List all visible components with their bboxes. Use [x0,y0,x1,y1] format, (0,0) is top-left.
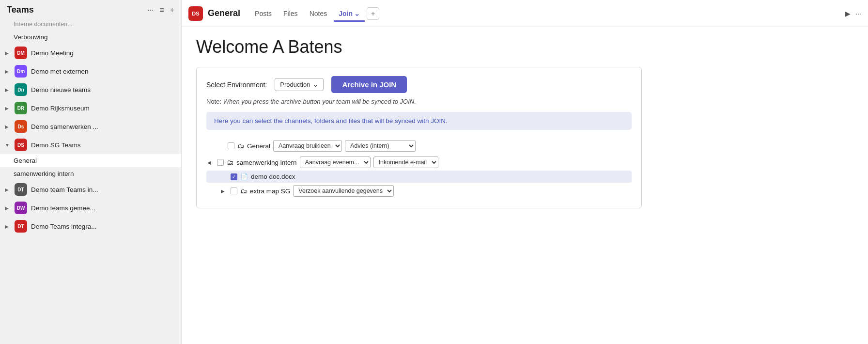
tree-label-samenwerking: samenwerking intern [236,159,297,166]
sidebar-item-demo-samen[interactable]: ▶ Ds Demo samenwerken ... [0,117,181,136]
env-value: Production [280,81,310,88]
avatar-dt: DT [15,183,27,196]
tree-label-extra-map: extra map SG [250,188,290,195]
env-chevron-icon: ⌄ [313,81,318,88]
expand-icon: ▶ [5,50,11,56]
avatar-dr: DR [15,102,27,114]
folder-icon-extra-map: 🗂 [240,187,247,195]
topbar-channel-title: General [208,8,240,18]
avatar-dt2: DT [15,220,27,233]
tree-expand-extra-map[interactable]: ▶ [221,188,228,194]
sidebar-item-general[interactable]: General [0,154,181,167]
sidebar-item-samenwerking[interactable]: samenwerking intern [0,167,181,180]
sidebar-item-demo-gemee[interactable]: ▶ DW Demo teams gemee... [0,199,181,217]
tree-row-samenwerking: ◀ 🗂 samenwerking intern Aanvraag evenem.… [206,154,632,171]
sidebar-label-demo-samen: Demo samenwerken ... [31,123,174,130]
folder-icon-samenwerking: 🗂 [227,158,233,166]
sync-info-box: Here you can select the channels, folder… [206,112,632,130]
archive-button[interactable]: Archive in JOIN [331,76,407,93]
sidebar-header-actions: ··· ≡ + [147,6,174,15]
chevron-down-icon: ⌄ [354,10,360,17]
sidebar-item-demo-sg[interactable]: ▼ DS Demo SG Teams [0,136,181,154]
main-area: DS General Posts Files Notes Join ⌄ + ▶ … [182,0,868,344]
sidebar: Teams ··· ≡ + Interne documenten... Verb… [0,0,182,344]
tree-checkbox-extra-map[interactable] [231,188,237,194]
topbar-nav: Posts Files Notes Join ⌄ + [250,7,379,20]
tab-files[interactable]: Files [279,7,303,22]
sidebar-label-demo-gemee: Demo teams gemee... [31,204,174,212]
topbar-right-actions: ▶ ··· [845,10,861,17]
sidebar-label-demo-sg: Demo SG Teams [31,141,174,149]
avatar-ds2: Ds [15,120,27,133]
expand-icon: ▶ [5,187,11,192]
page-title: Welcome A Batens [196,37,853,57]
sidebar-item-demo-rijks[interactable]: ▶ DR Demo Rijksmuseum [0,99,181,117]
topbar: DS General Posts Files Notes Join ⌄ + ▶ … [182,0,868,27]
sidebar-header: Teams ··· ≡ + [0,0,181,20]
avatar-dn: Dn [15,83,27,96]
archive-card: Select Environment: Production ⌄ Archive… [196,67,642,208]
sidebar-label-demo-integ: Demo Teams integra... [31,223,174,230]
expand-icon: ▶ [5,87,11,93]
add-tab-button[interactable]: + [367,7,379,20]
sidebar-title: Teams [7,5,34,15]
archive-top-row: Select Environment: Production ⌄ Archive… [206,76,632,93]
more-options-icon[interactable]: ··· [855,10,861,17]
tab-notes[interactable]: Notes [305,7,332,22]
expand-icon: ▶ [5,205,11,211]
sidebar-item-demo-integ[interactable]: ▶ DT Demo Teams integra... [0,217,181,235]
sidebar-fade-label: Interne documenten... [0,20,181,31]
tree-select-samenwerking-2[interactable]: Inkomende e-mail Advies (intern) [373,156,438,168]
video-icon[interactable]: ▶ [845,10,851,17]
sidebar-item-demo-nieuwe[interactable]: ▶ Dn Demo nieuwe teams [0,80,181,99]
sidebar-item-demo-meeting[interactable]: ▶ DM Demo Meeting [0,44,181,62]
tree-select-general-1[interactable]: Aanvraag bruikleen Advies (intern) Inkom… [273,140,342,152]
tree-select-extra-map-1[interactable]: Verzoek aanvullende gegevens Advies (int… [293,185,394,197]
sidebar-item-demo-team[interactable]: ▶ DT Demo team Teams in... [0,180,181,199]
expand-icon: ▶ [5,224,11,229]
tree: 🗂 General Aanvraag bruikleen Advies (int… [206,138,632,199]
tree-select-general-2[interactable]: Advies (intern) Aanvraag evenem... Inkom… [345,140,416,152]
tree-checkbox-general[interactable] [228,142,234,149]
archive-note: Note: When you press the archive button … [206,98,632,105]
tree-row-general: 🗂 General Aanvraag bruikleen Advies (int… [206,138,632,154]
tree-checkbox-demo-doc[interactable]: ✓ [231,173,237,180]
sync-info-text: Here you can select the channels, folder… [214,117,448,125]
sidebar-label-demo-rijks: Demo Rijksmuseum [31,105,174,112]
tree-label-general: General [247,142,270,150]
sidebar-list: Interne documenten... Verbouwing ▶ DM De… [0,20,181,344]
expand-icon: ▶ [5,106,11,111]
environment-select[interactable]: Production ⌄ [275,78,324,91]
expand-icon-down: ▼ [5,142,11,148]
topbar-avatar: DS [188,6,203,21]
tab-posts[interactable]: Posts [250,7,277,22]
tree-label-demo-doc: demo doc.docx [251,173,295,180]
sidebar-label-demo-met: Demo met externen [31,68,174,75]
page-content: Welcome A Batens Select Environment: Pro… [182,27,868,344]
sidebar-label-demo-team: Demo team Teams in... [31,186,174,193]
tab-join[interactable]: Join ⌄ [334,7,365,22]
tree-row-extra-map: ▶ 🗂 extra map SG Verzoek aanvullende geg… [206,183,632,199]
tree-expand-samenwerking[interactable]: ◀ [207,160,214,165]
filter-icon[interactable]: ≡ [159,6,164,15]
file-icon-demo-doc: 📄 [240,173,248,180]
avatar-ds: DS [15,139,27,151]
more-icon[interactable]: ··· [147,6,154,15]
avatar-dm2: Dm [15,65,27,78]
note-italic-text: When you press the archive button your t… [223,98,416,105]
tree-select-samenwerking-1[interactable]: Aanvraag evenem... Aanvraag bruikleen [300,156,371,168]
sidebar-label-demo-meeting: Demo Meeting [31,49,174,57]
expand-icon: ▶ [5,69,11,74]
add-team-icon[interactable]: + [170,6,174,15]
folder-icon-general: 🗂 [237,142,244,150]
avatar-dm: DM [15,47,27,59]
avatar-dw: DW [15,202,27,214]
note-label: Note: [206,98,221,105]
sidebar-label-demo-nieuwe: Demo nieuwe teams [31,86,174,94]
env-label: Select Environment: [206,81,267,89]
tree-row-demo-doc: ✓ 📄 demo doc.docx [206,171,632,183]
expand-icon: ▶ [5,124,11,129]
tree-checkbox-samenwerking[interactable] [217,159,224,166]
sidebar-item-demo-met[interactable]: ▶ Dm Demo met externen [0,62,181,80]
sidebar-item-verbouwing[interactable]: Verbouwing [0,31,181,44]
